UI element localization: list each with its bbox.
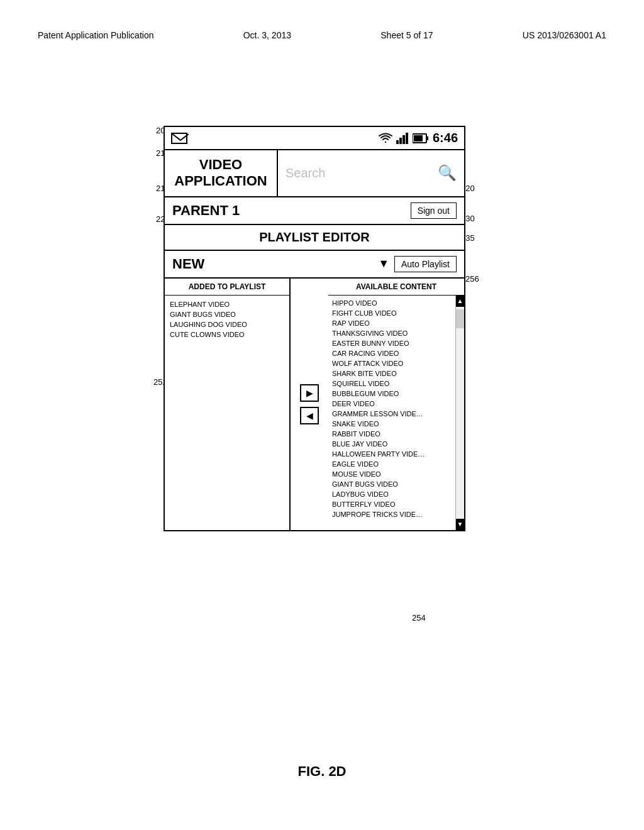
scrollbar[interactable]: ▲ ▼ (455, 296, 464, 530)
panel-available-content: AVAILABLE CONTENT HIPPO VIDEOFIGHT CLUB … (328, 279, 464, 530)
status-time: 6:46 (433, 131, 458, 145)
patent-sheet: Sheet 5 of 17 (380, 30, 433, 40)
available-video-item[interactable]: SHARK BITE VIDEO (332, 368, 452, 379)
svg-rect-15 (399, 138, 402, 144)
svg-rect-17 (406, 133, 408, 144)
available-video-item[interactable]: EAGLE VIDEO (332, 459, 452, 469)
available-video-item[interactable]: SNAKE VIDEO (332, 419, 452, 429)
annot-256: 256 (465, 274, 479, 284)
available-video-item[interactable]: BUBBLEGUM VIDEO (332, 389, 452, 399)
transfer-left-button[interactable]: ◀ (300, 407, 319, 424)
available-video-item[interactable]: HIPPO VIDEO (332, 298, 452, 308)
sign-out-button[interactable]: Sign out (411, 202, 457, 219)
annot-254: 254 (412, 613, 426, 622)
available-video-item[interactable]: MOUSE VIDEO (332, 469, 452, 479)
app-title: VIDEO APPLICATION (174, 157, 267, 190)
available-video-item[interactable]: BUTTERFLY VIDEO (332, 499, 452, 509)
scrollbar-thumb[interactable] (456, 309, 464, 328)
available-video-item[interactable]: SQUIRELL VIDEO (332, 379, 452, 389)
app-title-section: VIDEO APPLICATION (165, 150, 278, 196)
signal-icon (396, 133, 409, 144)
available-video-item[interactable]: GIANT BUGS VIDEO (332, 479, 452, 489)
playlist-editor-header: PLAYLIST EDITOR (165, 225, 464, 251)
svg-rect-19 (426, 136, 428, 140)
available-items-list: HIPPO VIDEOFIGHT CLUB VIDEORAP VIDEOTHAN… (328, 296, 464, 522)
available-video-item[interactable]: FIGHT CLUB VIDEO (332, 308, 452, 318)
added-items-list: ELEPHANT VIDEOGIANT BUGS VIDEOLAUGHING D… (165, 296, 289, 343)
battery-icon (413, 133, 429, 143)
dropdown-arrow-icon[interactable]: ▼ (378, 257, 389, 270)
patent-date: Oct. 3, 2013 (243, 30, 291, 40)
available-video-item[interactable]: HALLOWEEN PARTY VIDE… (332, 449, 452, 459)
added-to-playlist-header: ADDED TO PLAYLIST (165, 279, 289, 296)
available-video-item[interactable]: RABBIT VIDEO (332, 429, 452, 439)
email-icon (171, 133, 187, 144)
playlist-controls: NEW ▼ Auto Playlist (165, 251, 464, 279)
available-content-scroll-area[interactable]: HIPPO VIDEOFIGHT CLUB VIDEORAP VIDEOTHAN… (328, 296, 464, 530)
patent-header: Patent Application Publication Oct. 3, 2… (38, 30, 606, 40)
available-video-item[interactable]: RAP VIDEO (332, 318, 452, 328)
available-content-header: AVAILABLE CONTENT (328, 279, 464, 296)
available-video-item[interactable]: LADYBUG VIDEO (332, 489, 452, 499)
available-video-item[interactable]: DEER VIDEO (332, 399, 452, 409)
search-section[interactable]: Search 🔍 (278, 150, 464, 196)
panel-right-inner: AVAILABLE CONTENT HIPPO VIDEOFIGHT CLUB … (328, 279, 464, 530)
available-video-item[interactable]: GRAMMER LESSON VIDE… (332, 409, 452, 419)
status-icons: 6:46 (379, 131, 458, 145)
search-icon[interactable]: 🔍 (438, 164, 457, 182)
available-video-item[interactable]: EASTER BUNNY VIDEO (332, 338, 452, 348)
status-bar: 6:46 (165, 127, 464, 150)
user-row: PARENT 1 Sign out (165, 197, 464, 225)
patent-number: US 2013/0263001 A1 (523, 30, 606, 40)
added-video-item[interactable]: GIANT BUGS VIDEO (170, 309, 284, 319)
added-video-item[interactable]: ELEPHANT VIDEO (170, 299, 284, 309)
wifi-icon (379, 133, 392, 144)
content-panels: ADDED TO PLAYLIST ELEPHANT VIDEOGIANT BU… (165, 279, 464, 530)
page: Patent Application Publication Oct. 3, 2… (0, 0, 644, 830)
available-video-item[interactable]: WOLF ATTACK VIDEO (332, 358, 452, 368)
svg-rect-20 (414, 135, 423, 141)
available-video-item[interactable]: CAR RACING VIDEO (332, 348, 452, 358)
transfer-buttons-column: ▶ ◀ (291, 279, 328, 530)
svg-rect-14 (396, 140, 399, 144)
app-header: VIDEO APPLICATION Search 🔍 (165, 150, 464, 197)
panel-added-to-playlist: ADDED TO PLAYLIST ELEPHANT VIDEOGIANT BU… (165, 279, 291, 530)
patent-pub-label: Patent Application Publication (38, 30, 153, 40)
scroll-arrow-down-icon[interactable]: ▼ (456, 519, 464, 530)
available-video-item[interactable]: THANKSGIVING VIDEO (332, 328, 452, 338)
transfer-right-button[interactable]: ▶ (300, 384, 319, 402)
status-left (171, 133, 187, 144)
scroll-arrow-up-icon[interactable]: ▲ (456, 296, 464, 307)
search-placeholder: Search (286, 166, 433, 180)
user-name: PARENT 1 (172, 202, 240, 219)
phone-frame: 6:46 VIDEO APPLICATION Search 🔍 PARE (164, 126, 465, 531)
added-video-item[interactable]: CUTE CLOWNS VIDEO (170, 329, 284, 340)
figure-label: FIG. 2D (297, 763, 346, 780)
new-label: NEW (172, 256, 373, 272)
auto-playlist-button[interactable]: Auto Playlist (394, 256, 457, 272)
available-video-item[interactable]: JUMPROPE TRICKS VIDE… (332, 509, 452, 519)
added-video-item[interactable]: LAUGHING DOG VIDEO (170, 319, 284, 329)
available-video-item[interactable]: BLUE JAY VIDEO (332, 439, 452, 449)
svg-rect-16 (402, 135, 405, 144)
